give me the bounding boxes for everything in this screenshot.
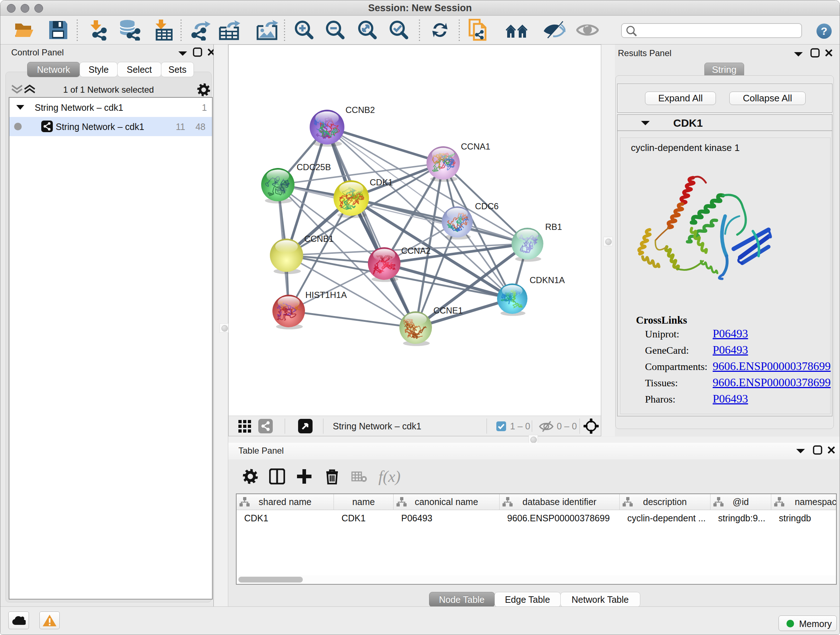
column-header-description[interactable]: description <box>620 494 711 510</box>
network-row[interactable]: String Network – cdk1 11 48 <box>9 117 212 136</box>
center-view-crosshair-icon[interactable] <box>583 418 599 434</box>
table-panel-float-icon[interactable] <box>813 445 822 455</box>
import-network-from-database-icon[interactable] <box>118 19 141 41</box>
import-network-from-file-icon[interactable] <box>87 19 108 41</box>
cell-namespace[interactable]: stringdb <box>771 510 837 526</box>
selected-checkbox-icon[interactable] <box>496 421 506 431</box>
results-panel-close-icon[interactable] <box>824 48 834 57</box>
node-RB1[interactable]: RB1 <box>512 222 562 262</box>
collapse-all-button[interactable]: Collapse All <box>729 92 806 105</box>
gene-collapse-icon[interactable] <box>641 120 650 126</box>
right-splitter-handle[interactable] <box>603 237 613 246</box>
toolbar-separator <box>180 19 182 41</box>
crosslink-link[interactable]: 9606.ENSP00000378699 <box>713 359 831 373</box>
node-CDKN1A[interactable]: CDKN1A <box>497 275 565 316</box>
table-options-gear-icon[interactable] <box>242 469 258 485</box>
edge-CCNB2-CCNA1[interactable] <box>327 127 443 163</box>
column-header-canonical-name[interactable]: canonical name <box>393 494 500 510</box>
zoom-fit-icon[interactable] <box>357 20 377 40</box>
column-header-@id[interactable]: @id <box>711 494 771 510</box>
tab-network-table[interactable]: Network Table <box>561 592 640 607</box>
clone-network-icon[interactable] <box>468 19 489 41</box>
column-header-name[interactable]: name <box>334 494 393 510</box>
delete-column-icon[interactable] <box>324 469 340 485</box>
tab-string[interactable]: String <box>704 63 744 76</box>
network-label: String Network – cdk1 <box>56 121 144 132</box>
tab-sets[interactable]: Sets <box>161 62 194 77</box>
edge-CDK1-RB1[interactable] <box>351 198 527 244</box>
help-button[interactable]: ? <box>816 24 832 39</box>
share-network-button-icon[interactable] <box>258 419 273 433</box>
export-table-icon[interactable] <box>218 19 240 41</box>
right-splitter[interactable] <box>601 44 615 436</box>
crosslink-link[interactable]: P06493 <box>713 343 748 356</box>
cell-@id[interactable]: stringdb:9... <box>711 510 771 526</box>
cell-database-identifier[interactable]: 9606.ENSP00000378699 <box>500 510 620 526</box>
warning-icon <box>42 614 57 627</box>
add-column-icon[interactable] <box>296 469 312 485</box>
column-header-database-identifier[interactable]: database identifier <box>500 494 620 510</box>
zoom-selected-icon[interactable] <box>388 20 409 40</box>
table-row[interactable]: CDK1CDK1P064939606.ENSP00000378699cyclin… <box>237 510 837 526</box>
search-icon <box>625 25 638 37</box>
column-header-namespace[interactable]: namespace <box>771 494 837 510</box>
ribbon-segment <box>643 257 659 267</box>
cell-canonical-name[interactable]: P06493 <box>393 510 500 526</box>
search-input[interactable] <box>639 24 798 37</box>
birds-eye-grid-icon[interactable] <box>238 420 251 432</box>
column-header-shared-name[interactable]: shared name <box>237 494 334 510</box>
tab-network[interactable]: Network <box>27 62 80 77</box>
status-bar: Memory <box>0 606 840 635</box>
network-canvas[interactable]: CCNB2CCNA1CDC25BCDK1CDC6RB1CCNB1CCNA2CDK… <box>229 45 601 416</box>
separator <box>323 418 324 434</box>
node-HIST1H1A[interactable]: HIST1H1A <box>272 290 347 329</box>
tab-edge-table[interactable]: Edge Table <box>494 592 561 607</box>
crosslink-link[interactable]: P06493 <box>713 327 748 340</box>
cell-shared-name[interactable]: CDK1 <box>237 510 334 526</box>
gene-section-header[interactable]: CDK1 <box>617 115 832 131</box>
zoom-out-icon[interactable] <box>325 20 345 40</box>
export-image-icon[interactable] <box>256 19 279 41</box>
results-panel-menu-icon[interactable] <box>794 52 803 57</box>
left-splitter[interactable] <box>213 44 228 606</box>
table-horizontal-scrollbar[interactable] <box>237 575 836 584</box>
import-table-from-file-icon[interactable] <box>152 19 172 41</box>
network-tab-content: 1 of 1 Network selected String Network –… <box>5 72 212 602</box>
cell-description[interactable]: cyclin-dependent ... <box>620 510 711 526</box>
open-in-new-window-icon[interactable] <box>298 419 313 433</box>
node-gloss <box>516 229 538 241</box>
memory-button[interactable]: Memory <box>778 616 837 631</box>
network-collection-row[interactable]: String Network – cdk1 1 <box>9 98 212 117</box>
table-panel-menu-icon[interactable] <box>796 448 805 454</box>
expand-all-button[interactable]: Expand All <box>645 92 716 105</box>
hide-selected-icon[interactable] <box>543 20 565 40</box>
tab-node-table[interactable]: Node Table <box>429 592 495 607</box>
results-panel-float-icon[interactable] <box>810 48 820 57</box>
crosslink-link[interactable]: P06493 <box>713 392 748 405</box>
network-options-gear-icon[interactable] <box>197 83 210 97</box>
control-panel-float-icon[interactable] <box>193 48 202 57</box>
tab-style[interactable]: Style <box>80 62 118 77</box>
first-neighbors-icon[interactable] <box>505 21 528 39</box>
cloud-button[interactable] <box>8 611 29 629</box>
tree-expander-icon[interactable] <box>16 105 25 110</box>
cytoscape-window: Session: New Session <box>0 0 840 635</box>
zoom-in-icon[interactable] <box>294 20 314 40</box>
cell-name[interactable]: CDK1 <box>334 510 393 526</box>
open-session-icon[interactable] <box>14 20 35 40</box>
edge-HIST1H1A-CCNE1[interactable] <box>289 311 416 328</box>
node-CCNA1[interactable]: CCNA1 <box>426 141 490 182</box>
export-network-icon[interactable] <box>189 19 212 41</box>
refresh-icon[interactable] <box>430 20 450 40</box>
warnings-button[interactable] <box>39 611 60 629</box>
show-columns-icon[interactable] <box>269 469 285 485</box>
scrollbar-thumb[interactable] <box>238 577 303 583</box>
show-all-icon[interactable] <box>576 22 599 38</box>
bottom-splitter[interactable] <box>228 437 840 443</box>
save-session-icon[interactable] <box>49 20 68 40</box>
left-splitter-handle[interactable] <box>219 323 229 333</box>
control-panel-menu-icon[interactable] <box>178 51 187 56</box>
table-panel-close-icon[interactable] <box>827 445 836 455</box>
crosslink-link[interactable]: 9606.ENSP00000378699 <box>713 376 831 389</box>
tab-select[interactable]: Select <box>117 62 161 77</box>
